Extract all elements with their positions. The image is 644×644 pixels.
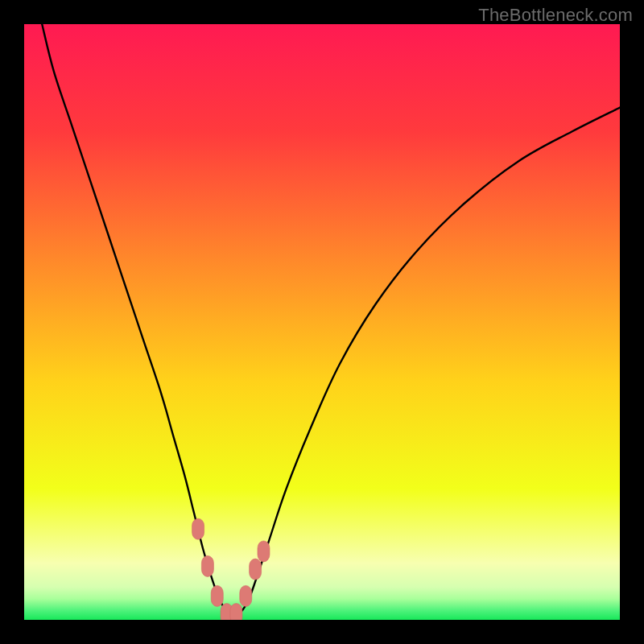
chart-svg — [24, 24, 620, 620]
optimal-marker — [211, 585, 223, 606]
chart-frame: TheBottleneck.com — [0, 0, 644, 644]
plot-area — [24, 24, 620, 620]
optimal-marker — [240, 585, 252, 606]
optimal-marker — [192, 518, 204, 539]
watermark-text: TheBottleneck.com — [478, 5, 633, 26]
optimal-marker — [250, 559, 262, 580]
optimal-marker — [230, 604, 242, 620]
gradient-background — [24, 24, 620, 620]
optimal-marker — [201, 555, 213, 576]
optimal-marker — [258, 541, 270, 562]
